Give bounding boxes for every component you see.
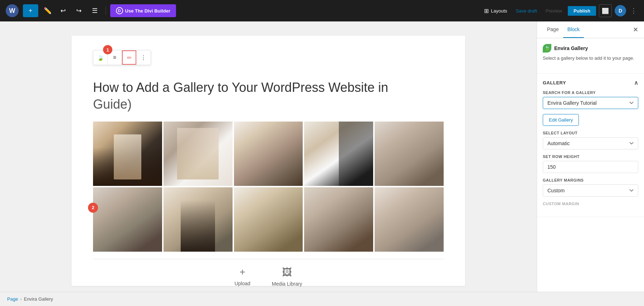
gallery-item-3[interactable] xyxy=(234,122,303,186)
separator-1 xyxy=(106,6,106,15)
gallery-search-select[interactable]: Envira Gallery Tutorial xyxy=(543,97,638,109)
redo-button[interactable]: ↪ xyxy=(73,4,86,17)
upload-label: Upload xyxy=(234,281,250,286)
panel-close-button[interactable]: ✕ xyxy=(633,26,638,34)
tab-block[interactable]: Block xyxy=(563,21,584,38)
block-toolbar: 🍃 ≡ ✏ ⋮ xyxy=(93,50,151,65)
block-title: 🍃 Envira Gallery xyxy=(543,44,638,53)
toolbar-right: ⊞ Layouts Save draft Preview Publish ⬜ D… xyxy=(481,4,638,17)
envira-leaf-icon: 🍃 xyxy=(543,44,551,53)
block-description: Select a gallery below to add it to your… xyxy=(543,55,638,62)
edit-gallery-button[interactable]: Edit Gallery xyxy=(543,114,579,126)
gallery-item-8[interactable] xyxy=(234,187,303,252)
paragraph-icon: ≡ xyxy=(113,54,116,61)
divi-label: Use The Divi Builder xyxy=(125,8,170,14)
row-height-input[interactable] xyxy=(543,161,638,173)
margins-select[interactable]: Custom xyxy=(543,184,638,197)
gallery-margins-field: GALLERY MARGINS Custom xyxy=(543,178,638,197)
custom-margin-field: CUSTOM MARGIN xyxy=(543,202,638,206)
gallery-collapse-icon[interactable]: ∧ xyxy=(634,79,639,86)
gallery-block: 2 ↓ ↻ xyxy=(93,122,444,292)
layout-label: SELECT LAYOUT xyxy=(543,131,638,135)
step-1-badge: 1 xyxy=(103,45,112,54)
layouts-label: Layouts xyxy=(491,8,507,14)
search-gallery-field: SEARCH FOR A GALLERY Envira Gallery Tuto… xyxy=(543,90,638,109)
panel-tabs: Page Block ✕ xyxy=(537,21,644,38)
gallery-item-6[interactable] xyxy=(93,187,162,252)
media-library-button[interactable]: 🖼 Media Library xyxy=(272,266,302,287)
plus-icon: + xyxy=(29,7,33,15)
upload-area: + Upload 🖼 Media Library xyxy=(93,259,444,292)
gallery-grid xyxy=(93,122,444,252)
gallery-item-10[interactable] xyxy=(375,187,444,252)
gallery-item-2[interactable] xyxy=(164,122,233,186)
select-layout-field: SELECT LAYOUT Automatic xyxy=(543,131,638,149)
search-gallery-label: SEARCH FOR A GALLERY xyxy=(543,90,638,95)
editor-area: 1 🍃 ≡ ✏ ⋮ How t xyxy=(0,21,537,292)
breadcrumb-current: Envira Gallery xyxy=(24,296,53,302)
gallery-item-7[interactable] xyxy=(164,187,233,252)
main-area: 1 🍃 ≡ ✏ ⋮ How t xyxy=(0,21,644,292)
undo-icon: ↩ xyxy=(60,7,66,15)
edit-pencil-button[interactable]: ✏️ xyxy=(41,4,54,17)
step-2-badge: 2 xyxy=(88,203,98,213)
gallery-item-5[interactable] xyxy=(375,122,444,186)
publish-button[interactable]: Publish xyxy=(568,6,596,16)
gallery-section-header: Gallery ∧ xyxy=(543,79,638,86)
upload-icon: + xyxy=(239,266,245,278)
gallery-settings-section: Gallery ∧ SEARCH FOR A GALLERY Envira Ga… xyxy=(537,74,644,217)
row-height-field: SET ROW HEIGHT xyxy=(543,154,638,173)
tab-page[interactable]: Page xyxy=(543,21,563,38)
edit-icon: ✏ xyxy=(127,54,132,61)
list-view-button[interactable]: ☰ xyxy=(88,4,101,17)
media-library-label: Media Library xyxy=(272,281,302,287)
top-toolbar: W + ✏️ ↩ ↪ ☰ D Use The Divi Builder ⊞ La… xyxy=(0,0,644,21)
vertical-dots-icon: ⋮ xyxy=(141,54,146,61)
upload-button[interactable]: + Upload xyxy=(234,266,250,287)
layout-select[interactable]: Automatic xyxy=(543,137,638,149)
add-block-button[interactable]: + xyxy=(23,4,38,17)
more-block-options[interactable]: ⋮ xyxy=(136,50,151,65)
right-panel: Page Block ✕ 🍃 Envira Gallery Select a g… xyxy=(537,21,644,292)
layout-icon: ⬜ xyxy=(602,8,609,14)
user-avatar[interactable]: D xyxy=(615,5,626,16)
edit-gallery-group: Edit Gallery xyxy=(543,114,638,126)
gallery-item-9[interactable] xyxy=(304,187,373,252)
preview-button[interactable]: Preview xyxy=(543,6,565,16)
undo-button[interactable]: ↩ xyxy=(57,4,70,17)
editor-content: 1 🍃 ≡ ✏ ⋮ How t xyxy=(72,36,465,286)
row-height-label: SET ROW HEIGHT xyxy=(543,154,638,159)
divi-circle-icon: D xyxy=(116,7,123,14)
wordpress-logo[interactable]: W xyxy=(6,4,19,17)
more-options-icon[interactable]: ⋮ xyxy=(629,7,638,15)
view-toggle-button[interactable]: ⬜ xyxy=(599,4,612,17)
layouts-grid-icon: ⊞ xyxy=(484,8,489,14)
page-title: How to Add a Gallery to Your WordPress W… xyxy=(93,79,444,113)
breadcrumb-page[interactable]: Page xyxy=(7,296,18,302)
edit-icon-btn[interactable]: ✏ xyxy=(122,50,136,65)
layouts-button[interactable]: ⊞ Layouts xyxy=(481,6,510,16)
breadcrumb-bar: Page › Envira Gallery xyxy=(0,292,644,306)
media-library-icon: 🖼 xyxy=(282,266,292,278)
save-draft-button[interactable]: Save draft xyxy=(513,6,540,16)
envira-leaf-icon: 🍃 xyxy=(97,54,104,61)
block-name: Envira Gallery xyxy=(554,45,588,51)
block-info-section: 🍃 Envira Gallery Select a gallery below … xyxy=(537,38,644,74)
list-icon: ☰ xyxy=(92,7,98,15)
divi-builder-button[interactable]: D Use The Divi Builder xyxy=(110,4,176,17)
gallery-item-1[interactable] xyxy=(93,122,162,186)
gallery-item-4[interactable] xyxy=(304,122,373,186)
breadcrumb-separator: › xyxy=(20,296,21,302)
margins-label: GALLERY MARGINS xyxy=(543,178,638,182)
custom-margin-label: CUSTOM MARGIN xyxy=(543,202,638,206)
redo-icon: ↪ xyxy=(76,7,82,15)
pencil-icon: ✏️ xyxy=(44,7,52,15)
